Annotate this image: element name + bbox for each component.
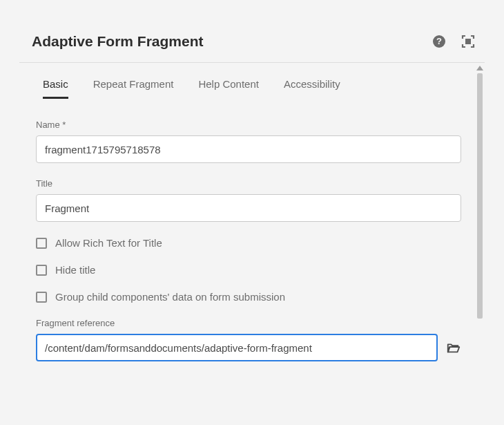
- tab-basic[interactable]: Basic: [43, 78, 68, 99]
- fragment-reference-row: [36, 334, 461, 361]
- label-name: Name *: [36, 120, 461, 130]
- checkbox-hide-title[interactable]: Hide title: [36, 264, 461, 276]
- checkbox-box-icon: [36, 238, 47, 249]
- input-title[interactable]: [36, 194, 461, 222]
- checkbox-group-child-data[interactable]: Group child components' data on form sub…: [36, 291, 461, 303]
- svg-text:?: ?: [436, 36, 442, 46]
- field-title: Title: [36, 178, 461, 222]
- tab-list: Basic Repeat Fragment Help Content Acces…: [19, 63, 485, 99]
- scrollbar[interactable]: [475, 63, 485, 422]
- checkbox-box-icon: [36, 265, 47, 276]
- field-name: Name *: [36, 120, 461, 163]
- checkbox-allow-rich-text[interactable]: Allow Rich Text for Title: [36, 237, 461, 249]
- form-body: Name * Title Allow Rich Text for Title H…: [19, 99, 485, 361]
- field-fragment-reference: Fragment reference: [36, 318, 461, 361]
- svg-rect-2: [465, 39, 471, 44]
- scroll-thumb[interactable]: [477, 73, 483, 319]
- checkbox-box-icon: [36, 292, 47, 303]
- tab-accessibility[interactable]: Accessibility: [284, 78, 340, 99]
- scroll-arrow-up-icon: [476, 66, 483, 70]
- input-fragment-reference[interactable]: [36, 334, 438, 361]
- fullscreen-icon[interactable]: [461, 35, 475, 48]
- label-title: Title: [36, 178, 461, 189]
- checkbox-label-hide-title: Hide title: [55, 264, 95, 276]
- label-fragment-reference: Fragment reference: [36, 318, 461, 328]
- folder-open-icon[interactable]: [446, 340, 461, 355]
- input-name[interactable]: [36, 135, 461, 163]
- dialog-header: Adaptive Form Fragment ?: [19, 28, 485, 63]
- header-actions: ?: [432, 35, 479, 48]
- tab-repeat-fragment[interactable]: Repeat Fragment: [93, 78, 174, 99]
- tab-help-content[interactable]: Help Content: [198, 78, 259, 99]
- dialog-title: Adaptive Form Fragment: [32, 33, 204, 50]
- checkbox-label-allow-rich-text: Allow Rich Text for Title: [55, 237, 162, 249]
- content-scroll-area: Basic Repeat Fragment Help Content Acces…: [19, 63, 485, 422]
- checkbox-label-group-child-data: Group child components' data on form sub…: [55, 291, 285, 303]
- help-icon[interactable]: ?: [432, 35, 446, 48]
